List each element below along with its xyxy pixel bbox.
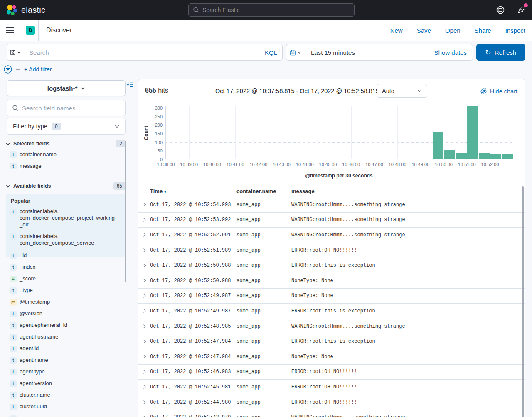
field-item-_type[interactable]: t_type	[6, 285, 126, 296]
add-filter-button[interactable]: + Add filter	[24, 66, 52, 73]
saved-query-menu-button[interactable]	[7, 44, 24, 61]
table-row[interactable]: Oct 17, 2022 @ 10:52:50.988some_appERROR…	[138, 258, 525, 273]
field-item-agent.name[interactable]: tagent.name	[6, 354, 126, 366]
field-item[interactable]: t	[6, 412, 126, 417]
expand-row-icon[interactable]	[138, 218, 150, 222]
kql-query-input[interactable]: KQL	[24, 44, 283, 61]
table-scrollbar[interactable]	[522, 186, 524, 417]
field-item-@timestamp[interactable]: @timestamp	[6, 296, 126, 308]
cell-message: ERROR:root:this is exception	[291, 308, 525, 314]
field-item-cluster.name[interactable]: tcluster.name	[6, 389, 126, 401]
menu-icon[interactable]	[0, 20, 20, 41]
save-button[interactable]: Save	[417, 27, 431, 34]
cell-time: Oct 17, 2022 @ 10:52:53.992	[150, 217, 236, 223]
refresh-button[interactable]: ↻ Refresh	[476, 44, 525, 61]
cell-container-name: some_app	[236, 400, 291, 405]
expand-row-icon[interactable]	[138, 233, 150, 237]
expand-row-icon[interactable]	[138, 415, 150, 417]
field-item-@version[interactable]: t@version	[6, 308, 126, 319]
field-item[interactable]: tcontainer.labels.com_docker_compose_pro…	[10, 208, 121, 228]
selected-fields-header[interactable]: Selected fields 2	[6, 140, 126, 148]
sidebar-scrollbar[interactable]	[125, 141, 126, 282]
cell-message: NoneType: None	[291, 354, 525, 360]
expand-row-icon[interactable]	[138, 263, 150, 268]
field-item-agent.ephemeral_id[interactable]: tagent.ephemeral_id	[6, 319, 126, 331]
new-button[interactable]: New	[390, 27, 403, 34]
expand-row-icon[interactable]	[138, 294, 150, 298]
collapse-sidebar-icon[interactable]	[127, 81, 134, 88]
search-input[interactable]	[29, 49, 265, 56]
cell-time: Oct 17, 2022 @ 10:52:43.979	[150, 415, 236, 417]
column-header-time[interactable]: Time▾	[150, 188, 236, 194]
field-item-agent.version[interactable]: tagent.version	[6, 378, 126, 389]
hide-chart-button[interactable]: Hide chart	[480, 88, 517, 95]
popular-fields-section: Popular tcontainer.labels.com_docker_com…	[6, 194, 126, 257]
field-search[interactable]	[7, 100, 126, 116]
table-row[interactable]: Oct 17, 2022 @ 10:52:46.983some_appERROR…	[138, 365, 525, 380]
table-row[interactable]: Oct 17, 2022 @ 10:52:49.987some_appERROR…	[138, 304, 525, 319]
share-button[interactable]: Share	[475, 27, 491, 34]
table-row[interactable]: Oct 17, 2022 @ 10:52:47.984some_appERROR…	[138, 334, 525, 349]
field-item-container.name[interactable]: tcontainer.name	[6, 150, 126, 158]
field-item-_index[interactable]: t_index	[6, 261, 126, 273]
table-row[interactable]: Oct 17, 2022 @ 10:52:51.989some_appERROR…	[138, 243, 525, 258]
inspect-button[interactable]: Inspect	[505, 27, 525, 34]
filter-by-type-button[interactable]: Filter by type 0	[7, 118, 126, 135]
expand-row-icon[interactable]	[138, 202, 150, 207]
field-item-agent.hostname[interactable]: tagent.hostname	[6, 331, 126, 343]
expand-row-icon[interactable]	[138, 248, 150, 253]
interval-select[interactable]: Auto	[377, 84, 427, 98]
field-name: agent.name	[20, 357, 48, 363]
global-search-input[interactable]	[202, 7, 350, 13]
field-search-input[interactable]	[22, 105, 120, 112]
h-gridline	[166, 125, 512, 125]
x-tick: 10:47:00	[365, 162, 383, 167]
time-range-value[interactable]: Last 15 minutes	[311, 49, 355, 56]
open-button[interactable]: Open	[445, 27, 461, 34]
table-row[interactable]: Oct 17, 2022 @ 10:52:47.984some_appNoneT…	[138, 349, 525, 365]
time-range-field[interactable]: Last 15 minutes Show dates	[305, 44, 473, 61]
show-dates-button[interactable]: Show dates	[434, 49, 467, 56]
expand-row-icon[interactable]	[138, 309, 150, 313]
field-item-cluster.uuid[interactable]: tcluster.uuid	[6, 401, 126, 412]
index-pattern-switcher[interactable]: logstash-*	[7, 80, 126, 96]
available-fields-header[interactable]: Available fields 65	[6, 182, 126, 190]
date-quick-select-button[interactable]	[286, 44, 305, 61]
newsfeed-icon[interactable]	[516, 5, 526, 15]
field-item-_id[interactable]: t_id	[6, 250, 126, 261]
elastic-logo-icon	[6, 4, 17, 16]
expand-row-icon[interactable]	[138, 400, 150, 405]
column-header-message[interactable]: message	[291, 188, 525, 194]
chevron-down-icon	[298, 51, 301, 54]
table-row[interactable]: Oct 17, 2022 @ 10:52:52.991some_appWARNI…	[138, 228, 525, 243]
table-row[interactable]: Oct 17, 2022 @ 10:52:45.981some_appERROR…	[138, 380, 525, 395]
table-row[interactable]: Oct 17, 2022 @ 10:52:43.979some_appWARNI…	[138, 410, 525, 417]
field-name: _score	[20, 275, 36, 282]
table-row[interactable]: Oct 17, 2022 @ 10:52:44.980some_appERROR…	[138, 395, 525, 410]
column-header-container-name[interactable]: container.name	[236, 188, 291, 194]
table-row[interactable]: Oct 17, 2022 @ 10:52:53.992some_appWARNI…	[138, 213, 525, 228]
table-row[interactable]: Oct 17, 2022 @ 10:52:49.987some_appNoneT…	[138, 289, 525, 304]
expand-row-icon[interactable]	[138, 354, 150, 359]
expand-row-icon[interactable]	[138, 278, 150, 283]
help-icon[interactable]	[495, 5, 505, 15]
elastic-logo[interactable]: elastic	[0, 4, 45, 16]
sort-descending-icon[interactable]: ▾	[164, 189, 166, 194]
expand-row-icon[interactable]	[138, 324, 150, 329]
field-item-agent.id[interactable]: tagent.id	[6, 343, 126, 354]
field-item-agent.type[interactable]: tagent.type	[6, 366, 126, 378]
table-row[interactable]: Oct 17, 2022 @ 10:52:48.985some_appWARNI…	[138, 319, 525, 334]
table-row[interactable]: Oct 17, 2022 @ 10:52:54.993some_appWARNI…	[138, 197, 525, 213]
table-row[interactable]: Oct 17, 2022 @ 10:52:50.988some_appNoneT…	[138, 273, 525, 289]
expand-row-icon[interactable]	[138, 370, 150, 374]
query-language-button[interactable]: KQL	[265, 49, 277, 56]
global-search[interactable]	[188, 3, 355, 17]
field-item-message[interactable]: tmessage	[6, 162, 126, 170]
field-item-_score[interactable]: #_score	[6, 273, 126, 285]
chart-plot-area[interactable]: 10:38:0010:39:0010:40:0010:41:0010:42:00…	[165, 106, 512, 159]
filter-icon[interactable]	[3, 65, 12, 74]
field-item[interactable]: tcontainer.labels.com_docker_compose_ser…	[10, 233, 121, 246]
expand-row-icon[interactable]	[138, 339, 150, 344]
expand-row-icon[interactable]	[138, 385, 150, 389]
field-type-text-icon: t	[10, 163, 17, 169]
